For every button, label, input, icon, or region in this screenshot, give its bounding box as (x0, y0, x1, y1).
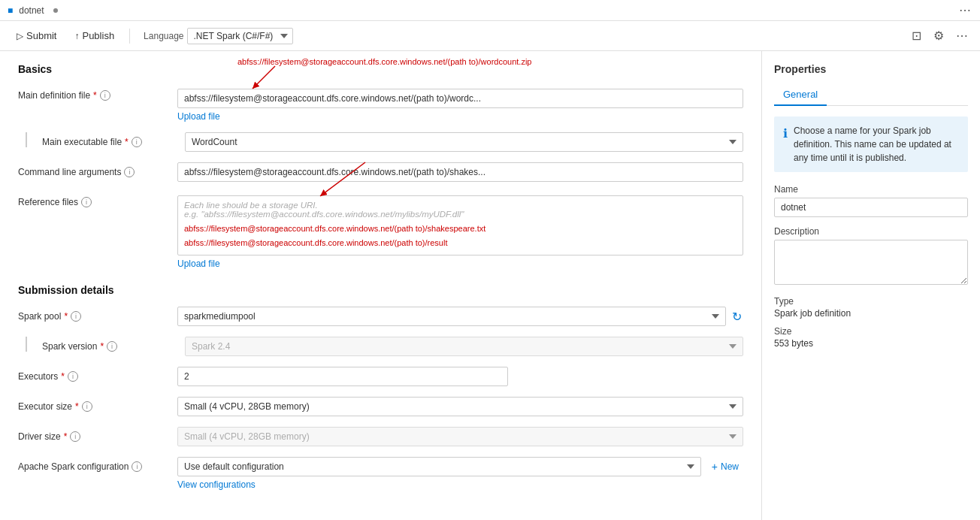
executors-info-icon[interactable]: i (68, 371, 78, 382)
driver-size-select-wrap: Small (4 vCPU, 28GB memory) (177, 427, 743, 446)
share-icon: ⊡ (912, 29, 921, 42)
description-label: Description (774, 226, 968, 237)
more-icon: ⋯ (956, 29, 968, 42)
main-exec-file-label: Main executable file * i (26, 132, 176, 147)
ref-files-row: Reference files i (18, 192, 743, 269)
view-configurations-link[interactable]: View configurations (177, 479, 743, 490)
properties-tabs: General (774, 84, 968, 106)
spark-version-select: Spark 2.4 (185, 337, 743, 356)
new-config-button[interactable]: + New (707, 458, 743, 476)
submit-icon: ▷ (17, 31, 23, 41)
title-bar-menu[interactable]: ⋯ (959, 3, 972, 17)
more-options-button[interactable]: ⋯ (953, 26, 971, 46)
executors-control (177, 367, 508, 386)
ref-files-control: Each line should be a storage URI. e.g. … (177, 192, 743, 269)
cmd-args-row: Command line arguments i (18, 162, 743, 182)
description-textarea[interactable] (774, 240, 968, 285)
ref-files-info-icon[interactable]: i (81, 197, 92, 207)
type-value: Spark job definition (774, 308, 968, 319)
cmd-args-control (177, 162, 743, 182)
settings-button[interactable]: ⚙ (930, 26, 947, 46)
share-button[interactable]: ⊡ (909, 26, 924, 46)
ref-files-value1: abfss://filesystem@storageaccount.dfs.co… (184, 222, 737, 249)
main-exec-file-control: WordCount (185, 132, 743, 152)
main-exec-select-wrap: WordCount (185, 132, 743, 152)
spark-pool-label: Spark pool * i (18, 307, 168, 322)
spark-config-select-wrap: Use default configuration (177, 457, 701, 476)
submission-section: Submission details Spark pool * i sparkm… (18, 284, 743, 490)
publish-button[interactable]: ↑ Publish (67, 27, 122, 44)
toolbar-right: ⊡ ⚙ ⋯ (909, 26, 971, 46)
spark-version-row: Spark version * i Spark 2.4 (18, 337, 743, 356)
cmd-args-label: Command line arguments i (18, 162, 168, 177)
title-bar: ■ dotnet ⋯ (0, 0, 980, 21)
executor-size-select-wrap: Small (4 vCPU, 28GB memory) Medium (8 vC… (177, 397, 743, 416)
driver-size-control: Small (4 vCPU, 28GB memory) (177, 427, 743, 446)
properties-info-box: ℹ Choose a name for your Spark job defin… (774, 116, 968, 172)
type-label: Type (774, 296, 968, 307)
driver-size-info-icon[interactable]: i (70, 431, 80, 442)
executor-size-control: Small (4 vCPU, 28GB memory) Medium (8 vC… (177, 397, 743, 416)
spark-pool-control: sparkmediumpool ↻ (177, 307, 743, 326)
main-def-info-icon[interactable]: i (100, 90, 110, 101)
main-def-file-label: Main definition file * i (18, 86, 168, 101)
spark-config-row: Apache Spark configuration i Use default… (18, 457, 743, 490)
executor-size-select[interactable]: Small (4 vCPU, 28GB memory) Medium (8 vC… (177, 397, 743, 416)
ref-files-upload-link[interactable]: Upload file (177, 258, 743, 269)
spark-config-select[interactable]: Use default configuration (177, 457, 701, 476)
ref-files-placeholder-line1: Each line should be a storage URI. (184, 201, 737, 210)
executors-row: Executors * i (18, 367, 743, 386)
language-select[interactable]: .NET Spark (C#/F#) PySpark Spark (Scala) (187, 28, 293, 44)
spark-pool-info-icon[interactable]: i (71, 311, 81, 322)
toolbar: ▷ Submit ↑ Publish Language .NET Spark (… (0, 21, 980, 51)
toolbar-separator (129, 29, 130, 44)
language-label: Language (144, 31, 183, 41)
ref-files-placeholder-line2: e.g. "abfss://filesystem@account.dfs.cor… (184, 210, 737, 219)
spark-config-select-row: Use default configuration + New (177, 457, 743, 476)
refresh-button[interactable]: ↻ (730, 308, 743, 325)
properties-title: Properties (774, 63, 968, 75)
main-def-file-row: Main definition file * i abfss://filesys… (18, 86, 743, 122)
cmd-args-input[interactable] (177, 162, 743, 182)
driver-size-select: Small (4 vCPU, 28GB memory) (177, 427, 743, 446)
info-box-text: Choose a name for your Spark job definit… (794, 124, 959, 165)
executors-label: Executors * i (18, 367, 168, 382)
plus-icon: + (712, 461, 718, 473)
spark-pool-select-wrap: sparkmediumpool (177, 307, 726, 326)
main-def-file-input[interactable] (177, 89, 743, 108)
main-exec-file-select[interactable]: WordCount (185, 132, 743, 152)
settings-icon: ⚙ (933, 29, 944, 42)
title-bar-title: dotnet (19, 5, 44, 16)
ref-files-label: Reference files i (18, 192, 168, 207)
spark-config-control: Use default configuration + New View con… (177, 457, 743, 490)
basics-section-title: Basics (18, 63, 743, 75)
executor-size-label: Executor size * i (18, 397, 168, 412)
publish-icon: ↑ (74, 31, 79, 41)
name-input[interactable] (774, 198, 968, 217)
size-label: Size (774, 326, 968, 337)
ref-files-content: Each line should be a storage URI. e.g. … (177, 195, 743, 255)
properties-panel: Properties General ℹ Choose a name for y… (762, 51, 980, 520)
basics-section: Basics Main definition file * i abfss://… (18, 63, 743, 269)
executors-input[interactable] (177, 367, 508, 386)
main-def-upload-link[interactable]: Upload file (177, 111, 743, 122)
name-label: Name (774, 184, 968, 195)
spark-pool-row: Spark pool * i sparkmediumpool ↻ (18, 307, 743, 326)
info-box-icon: ℹ (783, 125, 788, 165)
executor-size-info-icon[interactable]: i (82, 401, 92, 412)
main-exec-info-icon[interactable]: i (132, 137, 142, 147)
spark-version-info-icon[interactable]: i (107, 341, 117, 352)
submission-section-title: Submission details (18, 284, 743, 296)
main-exec-file-row: Main executable file * i WordCount (18, 132, 743, 152)
main-def-file-control: abfss://filesystem@storageaccount.dfs.co… (177, 86, 743, 122)
main-content: Basics Main definition file * i abfss://… (0, 51, 980, 520)
driver-size-row: Driver size * i Small (4 vCPU, 28GB memo… (18, 427, 743, 446)
spark-config-info-icon[interactable]: i (132, 461, 142, 472)
tab-general[interactable]: General (774, 84, 827, 106)
form-area: Basics Main definition file * i abfss://… (0, 51, 762, 520)
spark-version-control: Spark 2.4 (185, 337, 743, 356)
cmd-args-info-icon[interactable]: i (124, 167, 135, 177)
spark-pool-select[interactable]: sparkmediumpool (177, 307, 726, 326)
title-bar-icon: ■ (8, 5, 13, 16)
submit-button[interactable]: ▷ Submit (9, 27, 64, 44)
